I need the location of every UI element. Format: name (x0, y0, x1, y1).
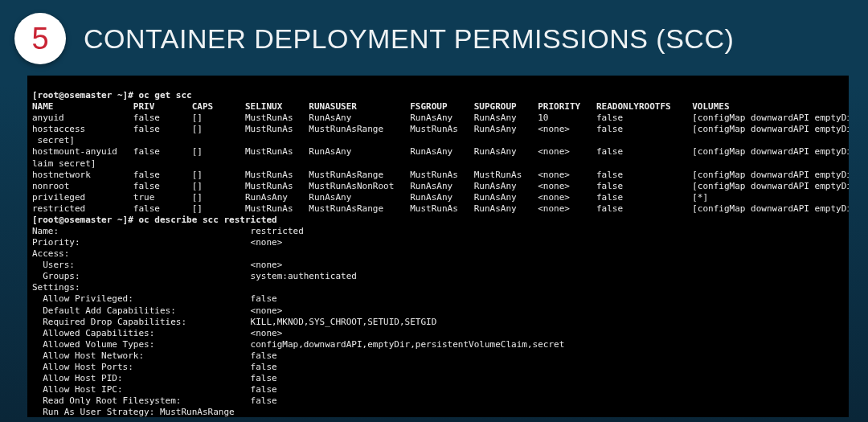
describe-line: Name: restricted (32, 226, 304, 236)
table-row: nonroot false [] MustRunAs MustRunAsNonR… (32, 181, 849, 191)
table-row: hostmount-anyuid false [] MustRunAs RunA… (32, 146, 849, 157)
describe-line: Allow Privileged: false (32, 293, 277, 304)
describe-line: Default Add Capabilities: <none> (32, 305, 282, 316)
describe-line: Allow Host PID: false (32, 373, 277, 383)
terminal-output: [root@osemaster ~]# oc get scc NAME PRIV… (27, 76, 849, 417)
describe-line: Users: <none> (32, 260, 282, 270)
describe-line: Allowed Capabilities: <none> (32, 328, 282, 338)
describe-line: Priority: <none> (32, 237, 282, 248)
describe-line: Groups: system:authenticated (32, 271, 357, 281)
table-row: restricted false [] MustRunAs MustRunAsR… (32, 203, 849, 214)
describe-line: Settings: (32, 282, 80, 293)
describe-line: Required Drop Capabilities: KILL,MKNOD,S… (32, 317, 436, 327)
describe-line: Allow Host Network: false (32, 350, 277, 361)
describe-line: Allow Host Ports: false (32, 362, 277, 372)
describe-line: Allowed Volume Types: configMap,downward… (32, 339, 564, 350)
table-header: NAME PRIV CAPS SELINUX RUNASUSER FSGROUP… (32, 101, 730, 112)
table-row: hostaccess false [] MustRunAs MustRunAsR… (32, 124, 849, 134)
slide: 5 CONTAINER DEPLOYMENT PERMISSIONS (SCC)… (0, 0, 868, 422)
prompt-line: [root@osemaster ~]# oc get scc (32, 90, 192, 100)
prompt-line: [root@osemaster ~]# oc describe scc rest… (32, 215, 277, 225)
step-badge: 5 (14, 13, 66, 64)
table-row: anyuid false [] MustRunAs RunAsAny RunAs… (32, 113, 849, 123)
slide-header: 5 CONTAINER DEPLOYMENT PERMISSIONS (SCC) (0, 0, 868, 76)
table-row: hostnetwork false [] MustRunAs MustRunAs… (32, 170, 849, 180)
table-row: secret] (32, 135, 75, 145)
describe-line: Allow Host IPC: false (32, 384, 277, 395)
describe-line: Run As User Strategy: MustRunAsRange (32, 407, 235, 417)
slide-title: CONTAINER DEPLOYMENT PERMISSIONS (SCC) (84, 23, 734, 55)
step-number: 5 (31, 23, 48, 54)
describe-line: Read Only Root Filesystem: false (32, 395, 277, 406)
table-row: laim secret] (32, 158, 96, 169)
table-row: privileged true [] RunAsAny RunAsAny Run… (32, 192, 708, 203)
describe-line: Access: (32, 248, 69, 259)
